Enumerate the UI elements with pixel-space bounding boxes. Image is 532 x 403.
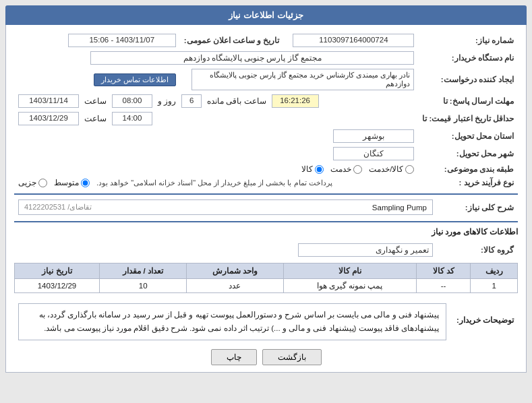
price-deadline-label: حداقل تاریخ اعتبار قیمت: تا: [418, 110, 518, 127]
category-radio-khadamat[interactable]: خدمت: [330, 164, 362, 174]
purchase-type-label: نوع فرآیند خرید :: [418, 176, 518, 189]
city-value: کنگان: [333, 147, 414, 160]
purchase-note: پرداخت تمام با بخشی از مبلغ خریدار از مح…: [96, 179, 332, 187]
col-unit: واحد شمارش: [187, 264, 283, 279]
buyer-desc-label: توضیحات خریدار:: [450, 297, 518, 342]
cell-code: --: [416, 279, 471, 293]
reply-day: 6: [181, 94, 202, 108]
order-number-value: 1103097164000724: [293, 34, 414, 47]
reply-date: 1403/11/14: [18, 94, 79, 108]
cell-row: 1: [471, 279, 518, 293]
purchase-type-radio-joz[interactable]: جزیی: [18, 178, 47, 187]
creator-label: ایجاد کننده درخواست:: [418, 67, 518, 92]
item-desc-label: شرح کلی نیاز:: [437, 197, 518, 217]
col-qty: تعداد / مقدار: [99, 264, 187, 279]
date-value: 1403/11/07 - 15:06: [68, 34, 176, 47]
province-value: بوشهر: [333, 129, 414, 143]
col-code: کد کالا: [416, 264, 471, 279]
cell-quantity: 10: [99, 279, 187, 293]
reply-day-label: روز و: [158, 96, 176, 106]
item-desc-box: Sampling Pump تقاضای/ 4122202531: [18, 199, 433, 215]
cell-name: پمپ نمونه گیری هوا: [283, 279, 416, 293]
category-label: طبقه بندی موضوعی:: [418, 162, 518, 176]
category-radio-kala-khadamat[interactable]: کالا/خدمت: [369, 164, 414, 174]
price-date: 1403/12/29: [18, 112, 79, 125]
back-button[interactable]: بازگشت: [262, 349, 322, 365]
reply-remaining: 16:21:26: [272, 94, 319, 108]
item-desc-value: Sampling Pump: [372, 204, 427, 212]
creator-value: نادر بهاری میمندی کارشناس خرید مجتمع گاز…: [191, 69, 414, 90]
reply-deadline-label: مهلت ارسال پاسخ: تا: [418, 92, 518, 110]
order-number-label: شماره نیاز:: [418, 32, 518, 49]
purchase-type-radio-mota[interactable]: متوسط: [54, 178, 90, 187]
contact-btn[interactable]: اطلاعات تماس خریدار: [94, 73, 176, 86]
category-radio-kala[interactable]: کالا: [301, 164, 324, 174]
cell-unit: عدد: [187, 279, 283, 293]
group-value: تعمیر و نگهداری: [298, 243, 433, 257]
print-button[interactable]: چاپ: [211, 349, 257, 365]
date-label: تاریخ و ساعت اعلان عمومی:: [180, 32, 284, 49]
page-title: جزئیات اطلاعات نیاز: [5, 5, 527, 25]
buyer-label: نام دستگاه خریدار:: [418, 49, 518, 67]
item-desc-code: تقاضای/ 4122202531: [24, 203, 92, 212]
group-label: گروه کالا:: [437, 241, 518, 259]
province-label: استان محل تحویل:: [418, 127, 518, 145]
col-row: ردیف: [471, 264, 518, 279]
items-section-title: اطلاعات کالاهای مورد نیاز: [14, 225, 518, 239]
city-label: شهر محل تحویل:: [418, 145, 518, 162]
items-table: ردیف کد کالا نام کالا واحد شمارش تعداد /…: [14, 263, 518, 293]
reply-remaining-label: ساعت باقی مانده: [207, 96, 266, 106]
col-date: تاریخ نیاز: [15, 264, 100, 279]
reply-time-label: ساعت: [84, 96, 107, 106]
price-time-label: ساعت: [84, 114, 107, 123]
price-time: 14:00: [112, 112, 152, 125]
table-row: 1--پمپ نمونه گیری هواعدد101403/12/29: [15, 279, 518, 293]
buyer-value: مجتمع گاز پارس جنوبی پالایشگاه دوازدهم: [90, 51, 414, 65]
col-name: نام کالا: [283, 264, 416, 279]
reply-time: 08:00: [112, 94, 152, 108]
buyer-desc-text: پیشنهاد فنی و مالی می بایست بر اساس شرح …: [18, 303, 446, 340]
cell-date: 1403/12/29: [15, 279, 100, 293]
